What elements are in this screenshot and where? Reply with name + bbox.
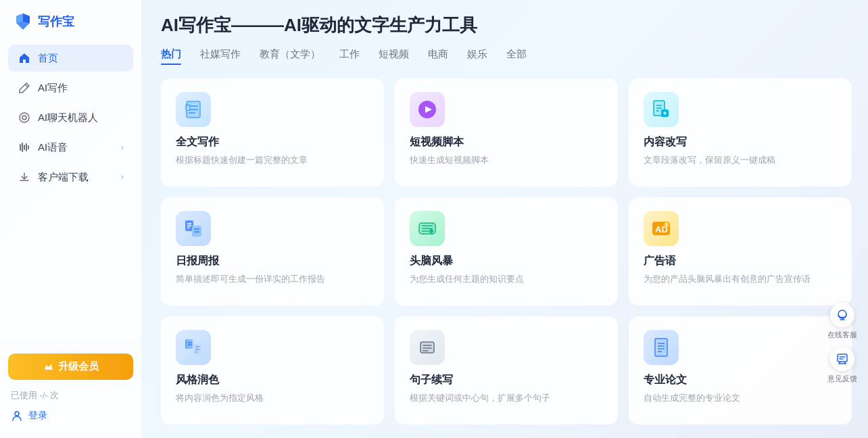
svg-rect-8 xyxy=(26,143,27,151)
svg-rect-67 xyxy=(838,354,847,362)
tab-hot[interactable]: 热门 xyxy=(161,48,181,65)
svg-point-3 xyxy=(20,113,29,122)
card-brainstorm[interactable]: 头脑风暴 为您生成任何主题的知识要点 xyxy=(395,197,618,306)
svg-point-41 xyxy=(429,229,433,233)
page-title: AI写作宝———AI驱动的文字生产力工具 xyxy=(161,14,852,37)
login-button[interactable]: 登录 xyxy=(8,404,133,427)
card-desc-brainstorm: 为您生成任何主题的知识要点 xyxy=(410,272,603,286)
usage-text: 已使用 -/- 次 xyxy=(8,387,133,404)
card-icon-academic-paper xyxy=(644,330,679,365)
online-service-label: 在线客服 xyxy=(827,330,857,340)
tabs-bar: 热门 社媒写作 教育（文学） 工作 短视频 电商 娱乐 全部 xyxy=(161,48,852,65)
sidebar-item-ai-chat-label: AI聊天机器人 xyxy=(38,112,98,124)
svg-marker-2 xyxy=(23,14,30,23)
card-daily-report[interactable]: 日报周报 简单描述即可生成一份详实的工作报告 xyxy=(161,197,384,306)
svg-rect-6 xyxy=(22,143,23,152)
svg-point-4 xyxy=(22,116,26,120)
feedback-label: 意见反馈 xyxy=(827,374,857,384)
card-icon-ad-slogan: AD $ xyxy=(644,211,679,246)
svg-rect-7 xyxy=(24,145,25,150)
main-content: AI写作宝———AI驱动的文字生产力工具 热门 社媒写作 教育（文学） 工作 短… xyxy=(142,0,868,438)
card-sentence-continue[interactable]: 句子续写 根据关键词或中心句，扩展多个句子 xyxy=(395,316,618,424)
tab-all[interactable]: 全部 xyxy=(506,48,527,65)
tab-education[interactable]: 教育（文学） xyxy=(260,48,320,65)
svg-text:$: $ xyxy=(665,222,668,228)
online-service-button[interactable]: 在线客服 xyxy=(825,303,860,340)
sidebar-item-download-label: 客户端下载 xyxy=(38,171,89,184)
card-desc-style-polish: 将内容润色为指定风格 xyxy=(176,391,369,405)
card-desc-ad-slogan: 为您的产品头脑风暴出有创意的广告宣传语 xyxy=(644,272,837,286)
svg-point-66 xyxy=(842,317,844,319)
sidebar-item-download[interactable]: 客户端下载 › xyxy=(8,164,133,191)
tab-social[interactable]: 社媒写作 xyxy=(200,48,241,65)
card-icon-full-write xyxy=(176,92,211,127)
card-title-academic-paper: 专业论文 xyxy=(644,373,837,387)
card-full-write[interactable]: 全文写作 根据标题快速创建一篇完整的文章 xyxy=(161,78,384,187)
user-icon xyxy=(11,410,23,422)
chat-icon xyxy=(18,111,31,124)
svg-rect-16 xyxy=(185,104,191,111)
card-desc-academic-paper: 自动生成完整的专业论文 xyxy=(644,391,837,405)
card-title-style-polish: 风格润色 xyxy=(176,373,369,387)
card-short-video-script[interactable]: 短视频脚本 快速生成短视频脚本 xyxy=(395,78,618,187)
feedback-icon xyxy=(830,347,854,371)
card-title-short-video-script: 短视频脚本 xyxy=(410,135,603,149)
sidebar-item-home[interactable]: 首页 xyxy=(8,45,133,72)
sidebar: 写作宝 首页 AI写作 xyxy=(0,0,142,438)
card-desc-short-video-script: 快速生成短视频脚本 xyxy=(410,153,603,167)
card-academic-paper[interactable]: 专业论文 自动生成完整的专业论文 xyxy=(629,316,852,424)
svg-rect-59 xyxy=(655,339,667,356)
nav-items: 首页 AI写作 AI聊天机器人 xyxy=(0,42,141,342)
feedback-button[interactable]: 意见反馈 xyxy=(825,347,860,384)
svg-rect-5 xyxy=(20,144,21,151)
card-desc-sentence-continue: 根据关键词或中心句，扩展多个句子 xyxy=(410,391,603,405)
logo-icon xyxy=(14,12,32,31)
card-icon-daily-report xyxy=(176,211,211,246)
tab-ecommerce[interactable]: 电商 xyxy=(428,48,448,65)
float-buttons: 在线客服 意见反馈 xyxy=(825,303,860,384)
card-ad-slogan[interactable]: AD $ 广告语 为您的产品头脑风暴出有创意的广告宣传语 xyxy=(629,197,852,306)
sidebar-item-home-label: 首页 xyxy=(38,52,58,65)
card-icon-brainstorm xyxy=(410,211,445,246)
sidebar-item-ai-voice-label: AI语音 xyxy=(38,141,68,154)
sidebar-item-ai-write-label: AI写作 xyxy=(38,82,68,95)
ai-voice-arrow: › xyxy=(121,143,124,152)
logo-text: 写作宝 xyxy=(38,14,74,30)
logo-area: 写作宝 xyxy=(0,0,141,42)
home-icon xyxy=(18,51,31,65)
crown-icon xyxy=(43,362,54,372)
sidebar-item-ai-voice[interactable]: AI语音 › xyxy=(8,134,133,161)
card-content-rewrite[interactable]: 内容改写 文章段落改写，保留原义一键成稿 xyxy=(629,78,852,187)
card-icon-content-rewrite xyxy=(644,92,679,127)
card-title-brainstorm: 头脑风暴 xyxy=(410,254,603,268)
svg-marker-1 xyxy=(16,14,23,23)
voice-icon xyxy=(18,141,31,154)
card-icon-style-polish xyxy=(176,330,211,365)
svg-rect-33 xyxy=(192,226,201,237)
card-icon-short-video-script xyxy=(410,92,445,127)
download-icon xyxy=(18,170,31,184)
card-desc-content-rewrite: 文章段落改写，保留原义一键成稿 xyxy=(644,153,837,167)
card-title-ad-slogan: 广告语 xyxy=(644,254,837,268)
tab-entertainment[interactable]: 娱乐 xyxy=(467,48,487,65)
card-title-content-rewrite: 内容改写 xyxy=(644,135,837,149)
upgrade-button[interactable]: 升级会员 xyxy=(8,354,133,380)
card-desc-full-write: 根据标题快速创建一篇完整的文章 xyxy=(176,153,369,167)
svg-rect-47 xyxy=(187,339,193,349)
download-arrow: › xyxy=(121,172,124,182)
tab-work[interactable]: 工作 xyxy=(339,48,360,65)
pen-icon xyxy=(18,81,31,95)
cards-grid: 全文写作 根据标题快速创建一篇完整的文章 短视频脚本 快速生成短视频脚本 内容改 xyxy=(161,78,852,424)
card-icon-sentence-continue xyxy=(410,330,445,365)
card-title-full-write: 全文写作 xyxy=(176,135,369,149)
tab-short-video[interactable]: 短视频 xyxy=(379,48,409,65)
card-title-sentence-continue: 句子续写 xyxy=(410,373,603,387)
svg-point-10 xyxy=(15,412,19,416)
card-title-daily-report: 日报周报 xyxy=(176,254,369,268)
sidebar-bottom: 升级会员 已使用 -/- 次 登录 xyxy=(0,342,141,438)
sidebar-item-ai-write[interactable]: AI写作 xyxy=(8,74,133,101)
svg-rect-9 xyxy=(28,145,29,149)
sidebar-item-ai-chat[interactable]: AI聊天机器人 xyxy=(8,104,133,131)
card-desc-daily-report: 简单描述即可生成一份详实的工作报告 xyxy=(176,272,369,286)
card-style-polish[interactable]: 风格润色 将内容润色为指定风格 xyxy=(161,316,384,424)
